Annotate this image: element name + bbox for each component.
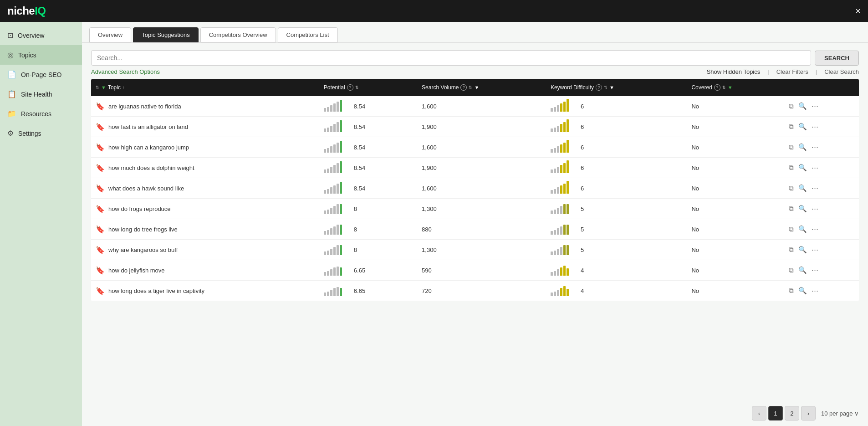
more-icon[interactable]: ⋯ xyxy=(812,164,818,172)
bookmark-icon[interactable]: 🔖 xyxy=(96,266,105,275)
topic-text: how long does a tiger live in captivity xyxy=(108,287,204,294)
search-action-icon[interactable]: 🔍 xyxy=(798,266,807,274)
search-action-icon[interactable]: 🔍 xyxy=(798,246,807,254)
clear-filters-button[interactable]: Clear Filters xyxy=(776,68,808,75)
more-icon[interactable]: ⋯ xyxy=(812,184,818,192)
difficulty-chart xyxy=(551,142,578,153)
col-kd-filter[interactable]: ▼ xyxy=(609,85,614,90)
page-2-button[interactable]: 2 xyxy=(785,406,799,421)
search-input[interactable] xyxy=(91,50,811,66)
table-row: 🔖 why are kangaroos so buff 8 1,300 5 No… xyxy=(91,240,859,260)
col-sv-filter[interactable]: ▼ xyxy=(474,85,479,90)
sidebar-item-settings[interactable]: ⚙ Settings xyxy=(0,123,82,143)
bookmark-icon[interactable]: 🔖 xyxy=(96,143,105,152)
search-action-icon[interactable]: 🔍 xyxy=(798,225,807,233)
next-page-button[interactable]: › xyxy=(801,406,816,421)
bookmark-icon[interactable]: 🔖 xyxy=(96,123,105,131)
search-action-icon[interactable]: 🔍 xyxy=(798,102,807,110)
covered-help-icon[interactable]: ? xyxy=(714,84,720,91)
sort-icon[interactable]: ⇅ xyxy=(96,85,99,90)
close-button[interactable]: × xyxy=(855,6,861,16)
potential-help-icon[interactable]: ? xyxy=(347,84,353,91)
pagination: ‹ 1 2 › 10 per page ∨ xyxy=(82,400,868,426)
bookmark-icon[interactable]: 🔖 xyxy=(96,287,105,295)
col-potential-sort[interactable]: ⇅ xyxy=(355,85,359,90)
per-page-selector[interactable]: 10 per page ∨ xyxy=(821,410,859,417)
sidebar-item-resources[interactable]: 📁 Resources xyxy=(0,104,82,123)
search-action-icon[interactable]: 🔍 xyxy=(798,123,807,131)
col-keyword-difficulty: Keyword Difficulty ? ⇅ ▼ xyxy=(546,79,687,96)
more-icon[interactable]: ⋯ xyxy=(812,102,818,110)
copy-icon[interactable]: ⧉ xyxy=(789,225,794,233)
copy-icon[interactable]: ⧉ xyxy=(789,184,794,192)
copy-icon[interactable]: ⧉ xyxy=(789,205,794,213)
search-volume-value: 1,600 xyxy=(422,103,437,110)
copy-icon[interactable]: ⧉ xyxy=(789,266,794,274)
search-action-icon[interactable]: 🔍 xyxy=(798,287,807,295)
search-button[interactable]: SEARCH xyxy=(815,51,859,66)
clear-search-button[interactable]: Clear Search xyxy=(824,68,859,75)
copy-icon[interactable]: ⧉ xyxy=(789,164,794,172)
more-icon[interactable]: ⋯ xyxy=(812,123,818,131)
potential-chart xyxy=(324,203,351,214)
copy-icon[interactable]: ⧉ xyxy=(789,143,794,151)
search-action-icon[interactable]: 🔍 xyxy=(798,164,807,172)
more-icon[interactable]: ⋯ xyxy=(812,266,818,274)
copy-icon[interactable]: ⧉ xyxy=(789,123,794,131)
filter-icon[interactable]: ▼ xyxy=(101,85,106,90)
cell-topic: 🔖 how do jellyfish move xyxy=(91,260,319,281)
search-action-icon[interactable]: 🔍 xyxy=(798,143,807,151)
potential-chart xyxy=(324,142,351,153)
page-1-button[interactable]: 1 xyxy=(768,406,783,421)
difficulty-chart xyxy=(551,285,578,296)
more-icon[interactable]: ⋯ xyxy=(812,246,818,254)
bookmark-icon[interactable]: 🔖 xyxy=(96,246,105,254)
logo-text: nicheIQ xyxy=(7,5,46,17)
search-action-icon[interactable]: 🔍 xyxy=(798,184,807,192)
tab-competitors-overview[interactable]: Competitors Overview xyxy=(200,27,276,42)
topic-text: why are kangaroos so buff xyxy=(108,246,178,253)
table-header: ⇅ ▼ Topic ↑ Potential ? ⇅ xyxy=(91,79,859,96)
copy-icon[interactable]: ⧉ xyxy=(789,102,794,110)
bookmark-icon[interactable]: 🔖 xyxy=(96,205,105,213)
search-action-icon[interactable]: 🔍 xyxy=(798,205,807,213)
search-volume-value: 1,300 xyxy=(422,205,437,212)
copy-icon[interactable]: ⧉ xyxy=(789,246,794,254)
difficulty-value: 5 xyxy=(581,205,584,212)
bookmark-icon[interactable]: 🔖 xyxy=(96,225,105,234)
bookmark-icon[interactable]: 🔖 xyxy=(96,164,105,172)
more-icon[interactable]: ⋯ xyxy=(812,287,818,295)
col-topic-sort-asc[interactable]: ↑ xyxy=(123,85,125,90)
action-icons: ⧉ 🔍 ⋯ xyxy=(789,123,854,131)
kd-help-icon[interactable]: ? xyxy=(596,84,602,91)
cell-keyword-difficulty: 5 xyxy=(546,219,687,240)
prev-page-button[interactable]: ‹ xyxy=(752,406,766,421)
more-icon[interactable]: ⋯ xyxy=(812,205,818,213)
potential-chart xyxy=(324,101,351,112)
search-volume-help-icon[interactable]: ? xyxy=(460,84,467,91)
cell-search-volume: 590 xyxy=(417,260,546,281)
advanced-search-link[interactable]: Advanced Search Options xyxy=(91,68,160,75)
show-hidden-button[interactable]: Show Hidden Topics xyxy=(707,68,761,75)
sidebar-item-overview[interactable]: ⊡ Overview xyxy=(0,26,82,45)
tab-overview[interactable]: Overview xyxy=(89,27,131,42)
tab-bar: Overview Topic Suggestions Competitors O… xyxy=(82,22,868,43)
sidebar-item-site-health[interactable]: 📋 Site Health xyxy=(0,84,82,104)
tab-topic-suggestions[interactable]: Topic Suggestions xyxy=(133,27,199,42)
col-kd-sort[interactable]: ⇅ xyxy=(604,85,608,90)
sidebar-item-topics[interactable]: ◎ Topics xyxy=(0,45,82,65)
cell-actions: ⧉ 🔍 ⋯ xyxy=(784,260,859,281)
col-covered-sort[interactable]: ⇅ xyxy=(722,85,726,90)
tab-competitors-list[interactable]: Competitors List xyxy=(278,27,338,42)
copy-icon[interactable]: ⧉ xyxy=(789,287,794,295)
bookmark-icon[interactable]: 🔖 xyxy=(96,102,105,111)
bookmark-icon[interactable]: 🔖 xyxy=(96,184,105,193)
more-icon[interactable]: ⋯ xyxy=(812,143,818,151)
more-icon[interactable]: ⋯ xyxy=(812,225,818,233)
col-covered-filter[interactable]: ▼ xyxy=(728,85,733,90)
sidebar-item-on-page-seo[interactable]: 📄 On-Page SEO xyxy=(0,65,82,84)
col-sv-sort[interactable]: ⇅ xyxy=(469,85,472,90)
action-icons: ⧉ 🔍 ⋯ xyxy=(789,287,854,295)
cell-covered: No xyxy=(687,199,784,219)
on-page-seo-icon: 📄 xyxy=(7,70,16,79)
